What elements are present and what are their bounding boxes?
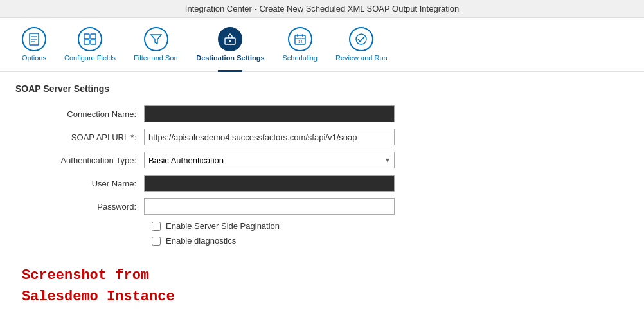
page-title: Integration Center - Create New Schedule…: [185, 4, 459, 14]
password-input[interactable]: [144, 198, 395, 215]
options-icon: [22, 27, 46, 51]
review-run-icon: [349, 27, 373, 51]
destination-settings-label: Destination Settings: [196, 54, 264, 62]
wizard-step-filter-sort[interactable]: Filter and Sort: [125, 24, 187, 64]
svg-rect-5: [91, 34, 96, 39]
wizard-step-destination-settings[interactable]: Destination Settings: [187, 24, 273, 64]
scheduling-icon: 14: [288, 27, 312, 51]
destination-settings-icon: [218, 27, 242, 51]
options-label: Options: [22, 54, 46, 62]
username-label: User Name:: [41, 179, 144, 188]
svg-rect-4: [84, 34, 89, 39]
svg-marker-8: [151, 35, 161, 44]
svg-rect-7: [91, 40, 96, 44]
auth-type-row: Authentication Type: Basic Authenticatio…: [41, 152, 629, 168]
connection-name-input[interactable]: [144, 105, 395, 122]
main-content: SOAP Server Settings Connection Name: SO…: [0, 72, 644, 314]
soap-api-url-input[interactable]: [144, 129, 395, 145]
soap-api-url-row: SOAP API URL *:: [41, 129, 629, 145]
watermark-line1: Screenshot from: [22, 265, 629, 286]
diagnostics-checkbox-row: Enable diagnostics: [152, 236, 629, 246]
filter-sort-label: Filter and Sort: [134, 54, 178, 62]
wizard-navigation: Options Configure Fields Filter and Sort: [0, 18, 644, 72]
password-row: Password:: [41, 198, 629, 215]
configure-fields-label: Configure Fields: [64, 54, 116, 62]
auth-type-wrapper: Basic Authentication OAuth None ▾: [144, 152, 395, 168]
enable-diagnostics-checkbox[interactable]: [152, 237, 161, 246]
pagination-checkbox-row: Enable Server Side Pagination: [152, 221, 629, 231]
username-input[interactable]: [144, 175, 395, 192]
username-row: User Name:: [41, 175, 629, 192]
form-table: Connection Name: SOAP API URL *: Authent…: [41, 105, 629, 246]
filter-sort-icon: [144, 27, 168, 51]
section-title: SOAP Server Settings: [15, 84, 629, 94]
enable-pagination-label: Enable Server Side Pagination: [166, 221, 280, 231]
connection-name-row: Connection Name:: [41, 105, 629, 122]
svg-point-17: [356, 34, 366, 44]
scheduling-label: Scheduling: [283, 54, 318, 62]
svg-text:14: 14: [298, 40, 303, 44]
password-label: Password:: [41, 202, 144, 212]
auth-type-select[interactable]: Basic Authentication OAuth None: [144, 152, 395, 168]
configure-fields-icon: [78, 27, 102, 51]
page-header: Integration Center - Create New Schedule…: [0, 0, 644, 18]
watermark-line2: Salesdemo Instance: [22, 286, 629, 307]
wizard-step-configure-fields[interactable]: Configure Fields: [55, 24, 125, 64]
enable-diagnostics-label: Enable diagnostics: [166, 236, 236, 246]
wizard-step-options[interactable]: Options: [13, 24, 55, 64]
auth-type-label: Authentication Type:: [41, 156, 144, 165]
wizard-step-scheduling[interactable]: 14 Scheduling: [274, 24, 326, 64]
soap-api-url-label: SOAP API URL *:: [41, 132, 144, 142]
review-run-label: Review and Run: [335, 54, 388, 62]
enable-pagination-checkbox[interactable]: [152, 222, 161, 231]
connection-name-label: Connection Name:: [41, 109, 144, 119]
svg-rect-6: [84, 40, 89, 44]
wizard-step-review-run[interactable]: Review and Run: [326, 24, 397, 64]
watermark: Screenshot from Salesdemo Instance: [22, 265, 629, 307]
